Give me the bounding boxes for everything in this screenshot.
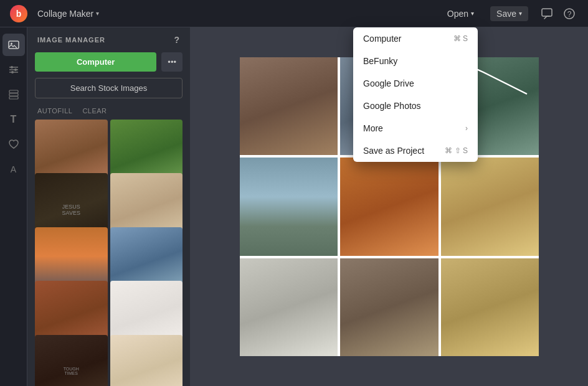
search-stock-button[interactable]: Search Stock Images xyxy=(35,78,183,98)
text-icon: T xyxy=(11,114,17,125)
tool-type[interactable]: A xyxy=(2,158,25,181)
save-menu-label-save-as-project: Save as Project xyxy=(363,146,424,156)
app-title[interactable]: Collage Maker ▾ xyxy=(37,9,99,19)
svg-rect-0 xyxy=(542,9,552,16)
save-menu-item-google-drive[interactable]: Google Drive xyxy=(353,72,478,95)
comment-button[interactable] xyxy=(538,5,556,22)
topbar-right: ? xyxy=(538,5,578,22)
main-area: T A Image Manager ? Computer ••• Search … xyxy=(0,27,588,386)
save-chevron: ▾ xyxy=(519,10,522,17)
app-logo: b xyxy=(10,5,27,22)
sidebar-actions: AUTOFILL CLEAR xyxy=(27,105,190,120)
save-dropdown: Computer⌘ SBeFunkyGoogle DriveGoogle Pho… xyxy=(353,27,478,162)
thumbnail-9[interactable]: TOUGHTIMES xyxy=(35,335,108,386)
save-menu-label-befunky: BeFunky xyxy=(363,56,397,66)
save-menu-item-computer[interactable]: Computer⌘ S xyxy=(353,27,478,50)
image-grid: JESUSSAVES xyxy=(27,120,190,386)
save-menu-label-computer: Computer xyxy=(363,34,401,44)
save-menu-item-google-photos[interactable]: Google Photos xyxy=(353,95,478,117)
collage-cell-5[interactable] xyxy=(340,158,438,255)
svg-point-10 xyxy=(11,71,14,73)
type-icon: A xyxy=(11,164,16,174)
save-menu-item-befunky[interactable]: BeFunky xyxy=(353,50,478,72)
tool-layers[interactable] xyxy=(2,83,25,106)
thumbnail-10[interactable] xyxy=(110,335,183,386)
svg-rect-11 xyxy=(9,90,18,93)
collage-cell-6[interactable] xyxy=(441,158,539,255)
save-menu-label-google-photos: Google Photos xyxy=(363,101,421,111)
collage-cell-8[interactable] xyxy=(340,258,438,356)
svg-point-4 xyxy=(11,43,12,45)
collage-cell-4[interactable] xyxy=(240,158,338,255)
left-toolbar: T A xyxy=(0,27,27,386)
save-menu-item-save-as-project[interactable]: Save as Project⌘ ⇧ S xyxy=(353,139,478,162)
save-menu-item-more[interactable]: More› xyxy=(353,117,478,139)
sidebar: Image Manager ? Computer ••• Search Stoc… xyxy=(27,27,191,386)
save-menu-label-google-drive: Google Drive xyxy=(363,78,414,88)
open-button[interactable]: Open ▾ xyxy=(441,6,480,21)
more-upload-button[interactable]: ••• xyxy=(161,52,183,72)
save-menu-shortcut-save-as-project: ⌘ ⇧ S xyxy=(445,146,468,155)
save-menu-label-more: More xyxy=(363,123,383,133)
svg-point-9 xyxy=(14,68,17,71)
sidebar-help-icon[interactable]: ? xyxy=(174,35,180,45)
svg-rect-13 xyxy=(9,96,18,99)
tool-favorites[interactable] xyxy=(2,133,25,156)
computer-upload-button[interactable]: Computer xyxy=(35,52,156,72)
clear-link[interactable]: CLEAR xyxy=(82,107,107,115)
help-button[interactable]: ? xyxy=(561,5,578,22)
app-title-chevron: ▾ xyxy=(96,10,99,17)
sidebar-title: Image Manager xyxy=(37,36,105,44)
tool-text[interactable]: T xyxy=(2,108,25,131)
svg-text:?: ? xyxy=(567,10,572,19)
svg-rect-3 xyxy=(9,41,19,49)
sidebar-upload: Computer ••• xyxy=(27,50,190,78)
collage-cell-9[interactable] xyxy=(441,258,539,356)
save-menu-arrow-more: › xyxy=(465,124,468,133)
topbar: b Collage Maker ▾ Open ▾ Save ▾ ? xyxy=(0,0,588,27)
sidebar-header: Image Manager ? xyxy=(27,27,190,50)
save-menu-shortcut-computer: ⌘ S xyxy=(453,34,468,43)
save-button[interactable]: Save ▾ xyxy=(490,6,528,21)
tool-sliders[interactable] xyxy=(2,59,25,81)
autofill-link[interactable]: AUTOFILL xyxy=(37,107,72,115)
svg-rect-12 xyxy=(9,93,18,96)
svg-point-8 xyxy=(11,66,13,68)
collage-cell-1[interactable] xyxy=(240,57,338,155)
collage-cell-7[interactable] xyxy=(240,258,338,356)
tool-image[interactable] xyxy=(2,34,25,56)
open-chevron: ▾ xyxy=(471,10,474,17)
